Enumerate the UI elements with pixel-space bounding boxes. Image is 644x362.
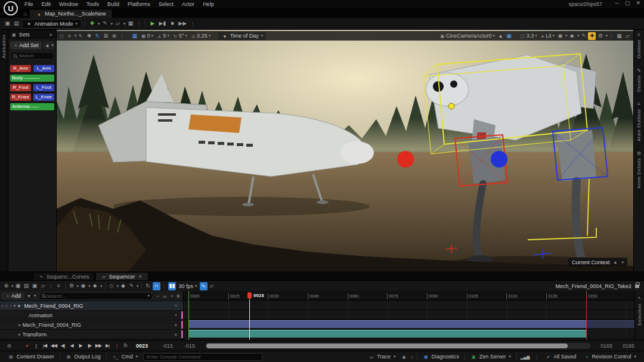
close-icon[interactable]: ✕ bbox=[48, 30, 54, 39]
save-icon[interactable]: ▣ bbox=[4, 20, 11, 28]
rotation-snap-control[interactable]: ∠ 5 ▾ bbox=[155, 32, 171, 40]
lane-rig-root[interactable] bbox=[184, 301, 634, 310]
find-in-content-browser-icon[interactable]: ▤ bbox=[23, 282, 30, 290]
control-chip-l-knee[interactable]: L_Knee bbox=[33, 94, 54, 101]
rig-section-bar[interactable] bbox=[188, 320, 586, 328]
trace-dropdown[interactable]: ▭ Trace ▾ bbox=[366, 352, 399, 361]
view-range-start-field[interactable]: -015 bbox=[157, 343, 178, 349]
more-options-icon[interactable]: ⋮ bbox=[135, 20, 142, 28]
camera-selector[interactable]: ▣ CineCameraActor0 ▾ bbox=[438, 32, 496, 40]
scale-tool-icon[interactable]: ⊞ bbox=[102, 32, 110, 40]
menu-build[interactable]: Build bbox=[103, 1, 123, 7]
grid-layout-icon[interactable]: ▦ bbox=[615, 32, 623, 40]
tab-sequencer[interactable]: ▱ Sequencer ✕ bbox=[95, 272, 148, 280]
control-chip-body[interactable]: Body ---------- bbox=[10, 75, 54, 82]
play-options-icon[interactable]: ⋮ bbox=[189, 20, 196, 28]
viewport-scene[interactable] bbox=[57, 30, 633, 271]
menu-actor[interactable]: Actor bbox=[178, 1, 199, 7]
diagnostics-button[interactable]: ▦ Diagnostics bbox=[420, 352, 462, 361]
render-movie-icon[interactable]: ▱ bbox=[39, 282, 47, 290]
menu-tools[interactable]: Tools bbox=[82, 1, 103, 7]
character-show-icon[interactable]: ☻ bbox=[568, 32, 575, 40]
add-actor-button[interactable]: ✚ bbox=[88, 20, 96, 28]
world-icon[interactable]: ⊕ bbox=[2, 282, 10, 290]
revision-control-dropdown[interactable]: ≡ Revision Control ▾ bbox=[581, 352, 639, 361]
transform-section-bar[interactable] bbox=[188, 330, 586, 338]
track-key-icon[interactable]: ◆ bbox=[174, 323, 177, 327]
select-tool-icon[interactable]: ↖ bbox=[77, 32, 85, 40]
track-key-icon[interactable]: ◆ bbox=[174, 332, 177, 337]
play-button[interactable]: ▶ bbox=[148, 20, 156, 28]
playhead-handle[interactable] bbox=[247, 292, 252, 299]
playback-options-icon[interactable]: ☻ bbox=[91, 282, 99, 290]
pilot-camera-icon[interactable]: ▣ bbox=[505, 32, 513, 40]
working-range-start-field[interactable]: -015 bbox=[179, 343, 200, 349]
view-mode-menu[interactable]: ● Lit ▾ bbox=[539, 32, 556, 40]
track-row-rig-root[interactable]: ● ● ● ▾ ☻ Mech_Friend_0004_RIG + bbox=[0, 301, 183, 311]
control-chip-r-arm[interactable]: R_Arm bbox=[10, 65, 31, 72]
cmd-dropdown[interactable]: >_ Cmd ▾ bbox=[109, 352, 141, 361]
tab-outliner[interactable]: ≡ Outliner bbox=[635, 32, 643, 58]
add-section-icon[interactable]: + bbox=[174, 302, 178, 310]
grid-snap-control[interactable]: ▦ 0 ▾ bbox=[139, 32, 154, 40]
keyframe-options-icon[interactable]: ◇ bbox=[108, 282, 116, 290]
sets-search-input[interactable] bbox=[18, 53, 51, 58]
set-end-button[interactable]: ] bbox=[112, 342, 120, 350]
output-log-button[interactable]: ▤ Output Log bbox=[63, 352, 104, 361]
level-tab[interactable]: ▲ Map_Northe..._ScaleNew bbox=[29, 9, 113, 18]
scale-snap-control[interactable]: ◎ 0.25 ▾ bbox=[189, 32, 212, 40]
blueprints-button[interactable]: ✎ bbox=[101, 20, 109, 28]
outliner-settings-icon[interactable]: ⚙ bbox=[175, 292, 181, 300]
advance-button[interactable]: ▶▶ bbox=[177, 20, 188, 28]
frame-skip-button[interactable]: ▶▮ bbox=[157, 20, 167, 28]
console-command-input[interactable] bbox=[143, 353, 262, 361]
maximize-viewport-icon[interactable]: ▢ bbox=[58, 32, 65, 40]
preview-icon[interactable]: ✎ bbox=[580, 32, 587, 40]
more-icon[interactable]: ⋮ bbox=[608, 32, 615, 40]
cinematics-button[interactable]: ▱ bbox=[114, 20, 122, 28]
tab-anim-details[interactable]: ⚙ Anim Details bbox=[635, 151, 643, 188]
track-mute-icon[interactable]: ● bbox=[1, 304, 4, 308]
filter-icon[interactable]: ▼ bbox=[26, 292, 32, 300]
world-local-toggle-icon[interactable]: ⊕ bbox=[110, 32, 118, 40]
add-set-button[interactable]: + Add Set bbox=[10, 41, 42, 49]
sequencer-search[interactable]: ▾ bbox=[39, 292, 153, 300]
close-icon[interactable]: ✕ bbox=[137, 273, 143, 281]
view-options-icon[interactable]: ◉ bbox=[79, 282, 87, 290]
view-range-end-field[interactable]: 0165 bbox=[618, 343, 639, 349]
menu-window[interactable]: Window bbox=[55, 1, 82, 7]
blue-control-sphere[interactable] bbox=[491, 151, 507, 168]
content-drawer-button[interactable]: ▤ Content Drawer bbox=[5, 352, 57, 361]
jump-forward-button[interactable]: ▶▶ bbox=[94, 342, 103, 350]
screen-percentage-control[interactable]: ▢ 3.3 ▾ bbox=[518, 32, 538, 40]
minimize-button[interactable]: ─ bbox=[615, 0, 619, 6]
control-chip-l-foot[interactable]: L_Foot bbox=[33, 84, 54, 91]
angle-snap-control[interactable]: ↻ 5° ▾ bbox=[171, 32, 188, 40]
close-button[interactable]: ✕ bbox=[636, 0, 640, 6]
sequence-name-breadcrumb[interactable]: Mech_Friend_0004_RIG_Take2 bbox=[555, 283, 642, 289]
menu-help[interactable]: Help bbox=[199, 1, 218, 7]
track-row-animation[interactable]: Animation + bbox=[0, 311, 183, 320]
track-lock-icon[interactable]: ● bbox=[5, 304, 8, 308]
lock-icon[interactable] bbox=[635, 284, 639, 288]
control-chip-l-arm[interactable]: L_Arm bbox=[33, 65, 54, 72]
yellow-gizmo-dot[interactable] bbox=[448, 103, 454, 109]
transform-options-icon[interactable]: ⋮ bbox=[119, 32, 125, 40]
lane-animation[interactable] bbox=[184, 310, 634, 320]
curve-editor-toggle-icon[interactable]: ∿ bbox=[200, 282, 208, 290]
play-forward-button[interactable]: ▶ bbox=[76, 342, 85, 350]
track-row-transform[interactable]: ▸ Transform ◆ bbox=[0, 330, 183, 339]
sequencer-add-button[interactable]: + Add bbox=[2, 292, 24, 300]
tab-animation[interactable]: Animation bbox=[1, 35, 7, 58]
auto-key-icon[interactable]: ◆ bbox=[119, 282, 127, 290]
render-options-icon[interactable]: ⋮ bbox=[48, 282, 54, 290]
to-front-button[interactable]: |◀ bbox=[41, 342, 49, 350]
track-solo-icon[interactable]: ● bbox=[10, 304, 12, 308]
sequencer-timeline[interactable]: 0000 0015 0030 0045 0060 0075 0090 0105 … bbox=[184, 291, 634, 340]
current-frame-field[interactable]: 0023 bbox=[136, 343, 148, 349]
menu-file[interactable]: File bbox=[20, 1, 38, 7]
home-icon[interactable]: ⌂ bbox=[21, 10, 29, 18]
loop-toggle-button[interactable]: ↻ bbox=[121, 342, 129, 350]
tab-anim-outliner[interactable]: ≡ Anim Outliner bbox=[635, 101, 643, 141]
snap-options-icon[interactable]: ⋮ bbox=[161, 282, 168, 290]
